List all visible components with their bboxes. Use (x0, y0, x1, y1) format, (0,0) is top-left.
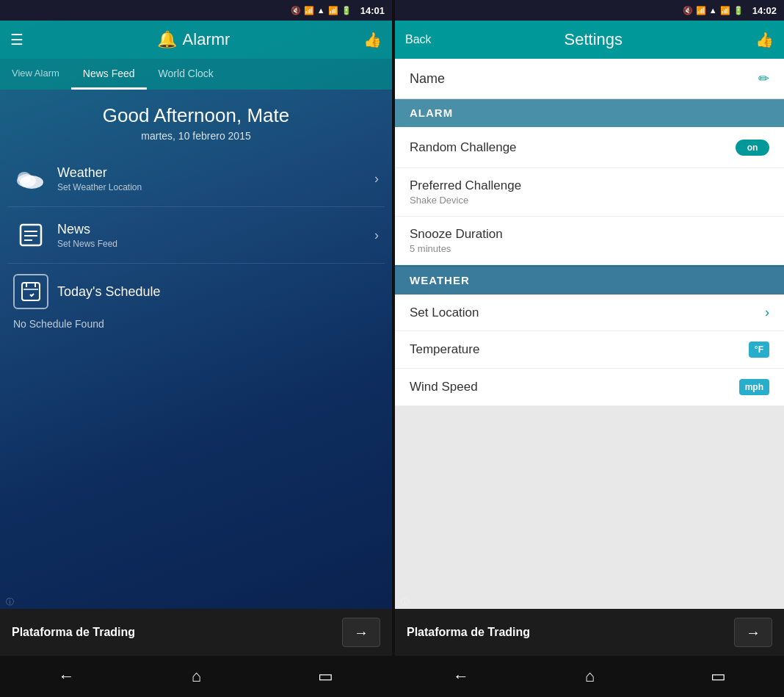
sim-icon: ▲ (317, 6, 325, 15)
snooze-duration-row[interactable]: Snooze Duration 5 minutes (395, 217, 784, 265)
content-list: Weather Set Weather Location › News (0, 151, 392, 609)
right-ad-button[interactable]: → (734, 618, 772, 647)
left-ad-info-icon: ⓘ (6, 596, 14, 607)
set-location-label: Set Location (410, 306, 479, 320)
left-nav-back[interactable]: ← (44, 661, 90, 692)
random-challenge-row[interactable]: Random Challenge on (395, 127, 784, 168)
preferred-challenge-sub: Shake Device (410, 195, 769, 206)
temperature-label: Temperature (410, 342, 479, 357)
weather-icon (13, 161, 48, 196)
right-bottom-nav: ← ⌂ ▭ (395, 656, 784, 697)
right-mute-icon: 🔇 (683, 6, 693, 15)
preferred-challenge-content: Preferred Challenge Shake Device (410, 178, 769, 206)
weather-section-title: WEATHER (410, 274, 470, 286)
left-ad-text: Plataforma de Trading (12, 626, 342, 639)
alarm-section-title: ALARM (410, 106, 453, 119)
mute-icon: 🔇 (291, 6, 301, 15)
settings-panel: 🔇 📶 ▲ 📶 🔋 14:02 Back Settings 👍 Name ✏ A… (395, 0, 784, 697)
greeting-title: Good Afternoon, Mate (12, 104, 380, 127)
news-sub: Set News Feed (57, 239, 374, 249)
right-status-icons: 🔇 📶 ▲ 📶 🔋 (683, 6, 744, 15)
weather-label: Weather (57, 165, 374, 181)
weather-sub: Set Weather Location (57, 182, 374, 192)
snooze-duration-content: Snooze Duration 5 minutes (410, 227, 769, 254)
wind-speed-row[interactable]: Wind Speed mph (395, 369, 784, 406)
weather-arrow: › (374, 171, 379, 187)
temperature-row[interactable]: Temperature °F (395, 331, 784, 369)
settings-header: Back Settings 👍 (395, 21, 784, 59)
no-schedule-text: No Schedule Found (13, 315, 379, 333)
bell-icon: 🔔 (157, 30, 177, 49)
right-ad-text: Plataforma de Trading (407, 626, 734, 639)
set-location-row[interactable]: Set Location › (395, 295, 784, 331)
random-challenge-toggle[interactable]: on (736, 140, 769, 156)
left-status-icons: 🔇 📶 ▲ 📶 🔋 (291, 6, 352, 15)
back-button[interactable]: Back (405, 33, 432, 46)
right-nav-home[interactable]: ⌂ (570, 661, 609, 692)
news-arrow: › (374, 228, 379, 243)
left-nav-recents[interactable]: ▭ (303, 661, 348, 692)
right-sim-icon: ▲ (709, 6, 717, 15)
left-main-bg: ☰ 🔔 Alarmr 👍 View Alarm News Feed World … (0, 21, 392, 697)
edit-icon: ✏ (758, 71, 769, 87)
name-row[interactable]: Name ✏ (395, 59, 784, 99)
news-label: News (57, 222, 374, 237)
name-label: Name (410, 71, 445, 87)
schedule-section: Today's Schedule No Schedule Found (7, 264, 385, 343)
right-time: 14:02 (752, 5, 777, 16)
schedule-header: Today's Schedule (13, 274, 379, 309)
right-nav-back[interactable]: ← (438, 661, 484, 692)
settings-title: Settings (432, 30, 755, 49)
left-ad-button[interactable]: → (342, 618, 380, 647)
preferred-challenge-row[interactable]: Preferred Challenge Shake Device (395, 168, 784, 217)
temperature-badge[interactable]: °F (749, 342, 769, 358)
news-icon (13, 217, 48, 253)
left-bottom-nav: ← ⌂ ▭ (0, 656, 392, 697)
app-header: ☰ 🔔 Alarmr 👍 (0, 21, 392, 59)
alarm-section-header: ALARM (395, 99, 784, 127)
snooze-duration-label: Snooze Duration (410, 227, 769, 242)
weather-list-item[interactable]: Weather Set Weather Location › (7, 151, 385, 207)
news-text: News Set News Feed (48, 222, 374, 249)
left-ad-banner: ⓘ Plataforma de Trading → (0, 609, 392, 656)
app-name: Alarmr (183, 30, 231, 49)
random-challenge-content: Random Challenge (410, 140, 736, 155)
wind-speed-badge[interactable]: mph (739, 379, 769, 395)
location-arrow-icon: › (765, 305, 769, 320)
schedule-label: Today's Schedule (57, 284, 161, 300)
wind-speed-label: Wind Speed (410, 380, 478, 394)
right-ad-info-icon: ⓘ (401, 596, 409, 607)
header-title: 🔔 Alarmr (157, 30, 231, 49)
right-battery-icon: 🔋 (733, 6, 744, 15)
right-nav-recents[interactable]: ▭ (696, 661, 741, 692)
left-time: 14:01 (360, 5, 385, 16)
tab-world-clock[interactable]: World Clock (147, 59, 225, 90)
preferred-challenge-label: Preferred Challenge (410, 178, 769, 193)
tab-news-feed[interactable]: News Feed (71, 59, 147, 90)
right-signal-icon: 📶 (720, 6, 730, 15)
schedule-icon (13, 274, 48, 309)
signal-icon: 📶 (328, 6, 338, 15)
left-status-bar: 🔇 📶 ▲ 📶 🔋 14:01 (0, 0, 392, 21)
settings-content: Name ✏ ALARM Random Challenge on Preferr… (395, 59, 784, 609)
greeting-date: martes, 10 febrero 2015 (12, 130, 380, 142)
random-challenge-label: Random Challenge (410, 140, 736, 155)
news-list-item[interactable]: News Set News Feed › (7, 207, 385, 264)
right-wifi-icon: 📶 (696, 6, 706, 15)
svg-rect-7 (22, 283, 40, 300)
right-status-bar: 🔇 📶 ▲ 📶 🔋 14:02 (395, 0, 784, 21)
left-nav-home[interactable]: ⌂ (177, 661, 216, 692)
settings-thumb-icon[interactable]: 👍 (755, 31, 774, 48)
thumb-up-icon[interactable]: 👍 (363, 31, 382, 48)
menu-icon[interactable]: ☰ (10, 31, 23, 48)
snooze-duration-sub: 5 minutes (410, 243, 769, 254)
tabs-bar: View Alarm News Feed World Clock (0, 59, 392, 90)
right-ad-banner: ⓘ Plataforma de Trading → (395, 609, 784, 656)
left-phone-panel: 🔇 📶 ▲ 📶 🔋 14:01 ☰ 🔔 Alarmr 👍 View Alarm … (0, 0, 392, 697)
svg-point-2 (18, 172, 31, 184)
weather-section-header: WEATHER (395, 265, 784, 295)
battery-icon: 🔋 (341, 6, 352, 15)
tab-view-alarm[interactable]: View Alarm (0, 59, 71, 90)
greeting-section: Good Afternoon, Mate martes, 10 febrero … (0, 90, 392, 151)
weather-text: Weather Set Weather Location (48, 165, 374, 192)
